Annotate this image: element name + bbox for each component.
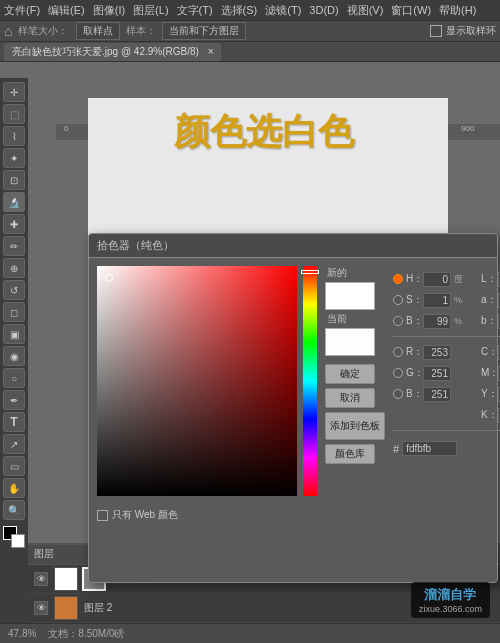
hue-input[interactable] bbox=[423, 272, 451, 287]
sample-select[interactable]: 当前和下方图层 bbox=[162, 22, 246, 40]
tool-magic-wand[interactable]: ✦ bbox=[3, 148, 25, 168]
gradient-hue-container bbox=[97, 266, 317, 496]
menu-bar: 文件(F) 编辑(E) 图像(I) 图层(L) 文字(T) 选择(S) 滤镜(T… bbox=[0, 0, 500, 20]
heal-icon: ✚ bbox=[10, 219, 18, 230]
menu-item-file[interactable]: 文件(F) bbox=[4, 3, 40, 18]
hand-icon: ✋ bbox=[8, 483, 20, 494]
status-bar: 47.8% 文档：8.50M/0磅 bbox=[0, 623, 500, 643]
y-label: Y： bbox=[481, 387, 495, 401]
text-tool-icon: T bbox=[10, 415, 17, 429]
add-to-swatches-button[interactable]: 添加到色板 bbox=[325, 412, 385, 440]
display-sample-ring[interactable]: 显示取样环 bbox=[430, 24, 496, 38]
new-color-label: 新的 bbox=[327, 266, 347, 280]
gradient-overlay bbox=[97, 266, 297, 496]
tool-heal[interactable]: ✚ bbox=[3, 214, 25, 234]
menu-item-window[interactable]: 窗口(W) bbox=[391, 3, 431, 18]
history-brush-icon: ↺ bbox=[10, 285, 18, 296]
color-preview: 新的 当前 bbox=[325, 266, 385, 356]
menu-item-text[interactable]: 文字(T) bbox=[177, 3, 213, 18]
tool-lasso[interactable]: ⌇ bbox=[3, 126, 25, 146]
brightness-input[interactable] bbox=[423, 314, 451, 329]
tool-history-brush[interactable]: ↺ bbox=[3, 280, 25, 300]
move-icon: ✛ bbox=[10, 87, 18, 98]
color-picker-left: 只有 Web 颜色 bbox=[97, 266, 317, 574]
red-input[interactable] bbox=[423, 345, 451, 360]
web-colors-checkbox[interactable] bbox=[97, 510, 108, 521]
hex-input[interactable] bbox=[402, 441, 457, 456]
eyedropper-icon: 🔬 bbox=[8, 197, 20, 208]
brightness-unit: % bbox=[454, 316, 466, 326]
eraser-icon: ◻ bbox=[10, 307, 18, 318]
new-current-preview: 新的 当前 bbox=[325, 266, 385, 356]
color-picker-body: 只有 Web 颜色 新的 当前 确定 取 bbox=[89, 258, 497, 582]
tool-move[interactable]: ✛ bbox=[3, 82, 25, 102]
saturation-radio[interactable] bbox=[393, 295, 403, 305]
menu-item-select[interactable]: 选择(S) bbox=[221, 3, 258, 18]
tab-active[interactable]: 亮白缺色技巧张天爱.jpg @ 42.9%(RGB/8) × bbox=[4, 43, 221, 61]
tool-eraser[interactable]: ◻ bbox=[3, 302, 25, 322]
hue-row: H： 度 L： bbox=[393, 270, 500, 288]
tool-blur[interactable]: ◉ bbox=[3, 346, 25, 366]
hue-slider[interactable] bbox=[303, 266, 317, 496]
green-radio[interactable] bbox=[393, 368, 403, 378]
tool-eyedropper[interactable]: 🔬 bbox=[3, 192, 25, 212]
ok-button[interactable]: 确定 bbox=[325, 364, 375, 384]
color-library-button[interactable]: 颜色库 bbox=[325, 444, 375, 464]
k-row: K： bbox=[393, 406, 500, 424]
divider-1 bbox=[393, 336, 500, 337]
web-colors-label: 只有 Web 颜色 bbox=[112, 508, 178, 522]
hex-row: # bbox=[393, 441, 500, 456]
tool-hand[interactable]: ✋ bbox=[3, 478, 25, 498]
color-swatch[interactable] bbox=[3, 526, 25, 548]
brush-size-input[interactable]: 取样点 bbox=[76, 22, 120, 40]
menu-item-image[interactable]: 图像(I) bbox=[93, 3, 125, 18]
home-icon[interactable]: ⌂ bbox=[4, 23, 12, 39]
menu-item-3d[interactable]: 3D(D) bbox=[309, 4, 338, 16]
red-radio[interactable] bbox=[393, 347, 403, 357]
layer-name-1: 图层 2 bbox=[84, 601, 112, 615]
saturation-input[interactable] bbox=[423, 293, 451, 308]
color-gradient-picker[interactable] bbox=[97, 266, 297, 496]
layer-thumb-0 bbox=[54, 567, 78, 591]
brightness-radio[interactable] bbox=[393, 316, 403, 326]
tool-clone[interactable]: ⊕ bbox=[3, 258, 25, 278]
shape-icon: ▭ bbox=[10, 461, 19, 472]
menu-item-layer[interactable]: 图层(L) bbox=[133, 3, 168, 18]
blue-row: B： Y： bbox=[393, 385, 500, 403]
menu-item-view[interactable]: 视图(V) bbox=[347, 3, 384, 18]
path-select-icon: ↗ bbox=[10, 439, 18, 450]
sample-label: 样本： bbox=[126, 24, 156, 38]
menu-item-help[interactable]: 帮助(H) bbox=[439, 3, 476, 18]
layer-eye-0[interactable]: 👁 bbox=[34, 572, 48, 586]
tab-filename: 亮白缺色技巧张天爱.jpg @ 42.9%(RGB/8) bbox=[12, 46, 199, 57]
tool-select-rect[interactable]: ⬚ bbox=[3, 104, 25, 124]
cancel-button[interactable]: 取消 bbox=[325, 388, 375, 408]
tab-close-icon[interactable]: × bbox=[208, 46, 214, 57]
tool-text[interactable]: T bbox=[3, 412, 25, 432]
canvas-content: 颜色选白色 拾色器（纯色） bbox=[28, 78, 500, 623]
magic-wand-icon: ✦ bbox=[10, 153, 18, 164]
tool-zoom[interactable]: 🔍 bbox=[3, 500, 25, 520]
menu-item-filter[interactable]: 滤镜(T) bbox=[265, 3, 301, 18]
blue-input[interactable] bbox=[423, 387, 451, 402]
layer-eye-1[interactable]: 👁 bbox=[34, 601, 48, 615]
hue-radio[interactable] bbox=[393, 274, 403, 284]
gradient-cursor bbox=[105, 274, 113, 282]
menu-item-edit[interactable]: 编辑(E) bbox=[48, 3, 85, 18]
new-color-swatch bbox=[325, 282, 375, 310]
tool-dodge[interactable]: ○ bbox=[3, 368, 25, 388]
tool-crop[interactable]: ⊡ bbox=[3, 170, 25, 190]
green-input[interactable] bbox=[423, 366, 451, 381]
blue-radio[interactable] bbox=[393, 389, 403, 399]
tool-brush[interactable]: ✏ bbox=[3, 236, 25, 256]
crop-icon: ⊡ bbox=[10, 175, 18, 186]
display-checkbox[interactable] bbox=[430, 25, 442, 37]
background-color[interactable] bbox=[11, 534, 25, 548]
red-label: R： bbox=[406, 345, 420, 359]
lasso-icon: ⌇ bbox=[12, 131, 17, 142]
tool-shape[interactable]: ▭ bbox=[3, 456, 25, 476]
tool-path-select[interactable]: ↗ bbox=[3, 434, 25, 454]
tool-gradient[interactable]: ▣ bbox=[3, 324, 25, 344]
tool-pen[interactable]: ✒ bbox=[3, 390, 25, 410]
canvas-area: 0 100 200 300 400 500 600 700 800 900 颜色… bbox=[28, 62, 500, 623]
